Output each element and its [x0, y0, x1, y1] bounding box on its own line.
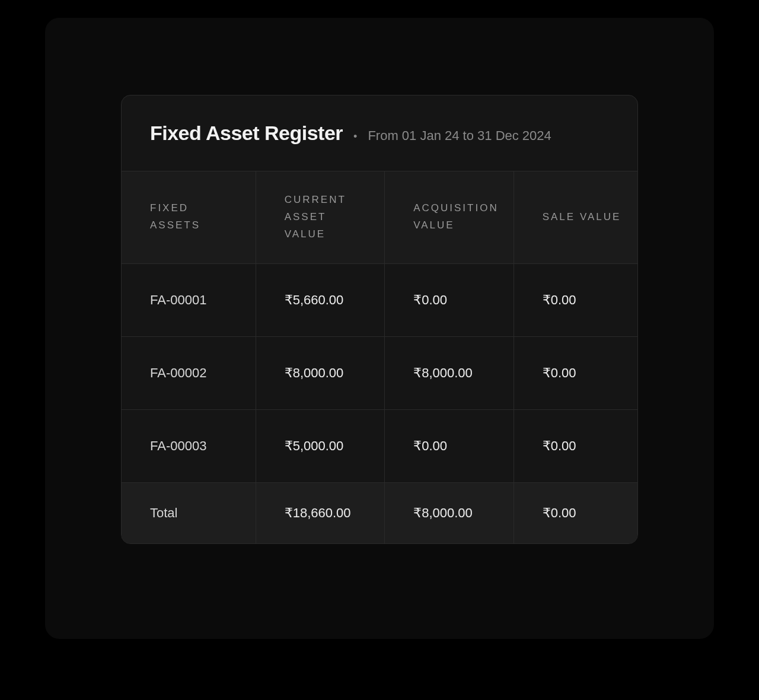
cell-current-value: ₹8,000.00	[256, 336, 385, 409]
cell-sale-value: ₹0.00	[514, 409, 637, 482]
cell-total-current: ₹18,660.00	[256, 482, 385, 543]
column-header-current-value[interactable]: CURRENT ASSET VALUE	[256, 171, 385, 264]
cell-asset-id: FA-00001	[122, 263, 256, 336]
cell-acquisition-value: ₹0.00	[385, 263, 514, 336]
table-row[interactable]: FA-00002 ₹8,000.00 ₹8,000.00 ₹0.00	[122, 336, 637, 409]
cell-acquisition-value: ₹0.00	[385, 409, 514, 482]
column-header-sale-value[interactable]: SALE VALUE	[514, 171, 637, 264]
column-header-acquisition-value[interactable]: ACQUISITION VALUE	[385, 171, 514, 264]
cell-sale-value: ₹0.00	[514, 263, 637, 336]
fixed-asset-table: FIXED ASSETS CURRENT ASSET VALUE ACQUISI…	[122, 171, 637, 543]
report-card: Fixed Asset Register • From 01 Jan 24 to…	[121, 95, 638, 544]
cell-sale-value: ₹0.00	[514, 336, 637, 409]
report-header: Fixed Asset Register • From 01 Jan 24 to…	[122, 96, 637, 171]
table-row[interactable]: FA-00001 ₹5,660.00 ₹0.00 ₹0.00	[122, 263, 637, 336]
cell-current-value: ₹5,000.00	[256, 409, 385, 482]
cell-asset-id: FA-00003	[122, 409, 256, 482]
table-row[interactable]: FA-00003 ₹5,000.00 ₹0.00 ₹0.00	[122, 409, 637, 482]
app-panel: Fixed Asset Register • From 01 Jan 24 to…	[45, 18, 714, 639]
cell-asset-id: FA-00002	[122, 336, 256, 409]
report-title: Fixed Asset Register	[150, 122, 343, 145]
cell-total-sale: ₹0.00	[514, 482, 637, 543]
bullet-separator-icon: •	[353, 131, 357, 143]
cell-total-acquisition: ₹8,000.00	[385, 482, 514, 543]
report-date-range: From 01 Jan 24 to 31 Dec 2024	[368, 128, 551, 144]
table-total-row: Total ₹18,660.00 ₹8,000.00 ₹0.00	[122, 482, 637, 543]
cell-current-value: ₹5,660.00	[256, 263, 385, 336]
cell-acquisition-value: ₹8,000.00	[385, 336, 514, 409]
cell-total-label: Total	[122, 482, 256, 543]
table-header-row: FIXED ASSETS CURRENT ASSET VALUE ACQUISI…	[122, 171, 637, 264]
column-header-fixed-assets[interactable]: FIXED ASSETS	[122, 171, 256, 264]
